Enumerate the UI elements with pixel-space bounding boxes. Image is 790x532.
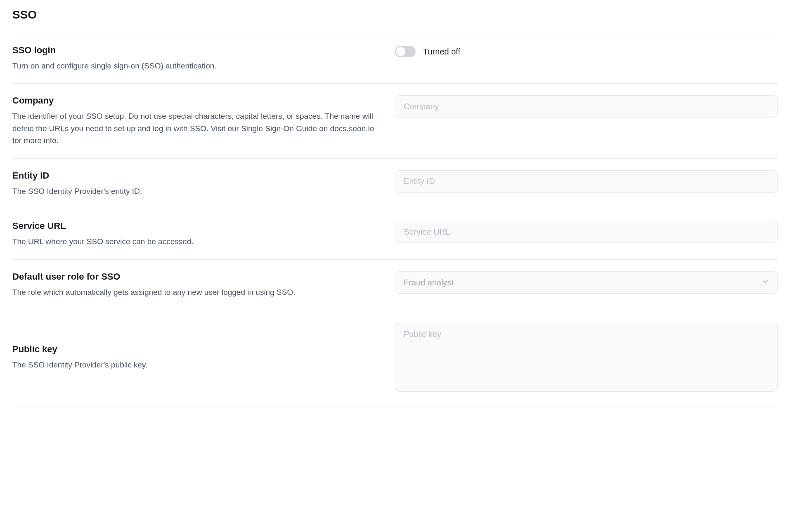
company-input[interactable] <box>395 95 778 118</box>
section-left: Entity ID The SSO Identity Provider's en… <box>12 170 395 197</box>
section-default-role: Default user role for SSO The role which… <box>12 260 778 310</box>
section-service-url: Service URL The URL where your SSO servi… <box>12 209 778 259</box>
default-role-select[interactable]: Fraud analyst <box>395 271 778 294</box>
service-url-label: Service URL <box>12 221 378 231</box>
entity-id-label: Entity ID <box>12 170 378 181</box>
company-desc: The identifier of your SSO setup. Do not… <box>12 110 378 146</box>
sso-login-label: SSO login <box>12 45 378 56</box>
toggle-knob <box>396 47 405 56</box>
section-right: Fraud analyst <box>395 271 778 294</box>
section-sso-login: SSO login Turn on and configure single s… <box>12 33 778 83</box>
sso-login-toggle[interactable] <box>395 46 416 57</box>
default-role-desc: The role which automatically gets assign… <box>12 286 378 298</box>
section-right <box>395 170 778 193</box>
sso-login-desc: Turn on and configure single sign-on (SS… <box>12 60 378 72</box>
section-left: Default user role for SSO The role which… <box>12 271 395 298</box>
section-left: Company The identifier of your SSO setup… <box>12 95 395 146</box>
section-public-key: Public key The SSO Identity Provider's p… <box>12 310 778 405</box>
toggle-container: Turned off <box>395 45 778 57</box>
public-key-label: Public key <box>12 344 378 355</box>
section-left: Public key The SSO Identity Provider's p… <box>12 344 395 371</box>
select-wrap: Fraud analyst <box>395 271 778 294</box>
section-right <box>395 221 778 243</box>
company-label: Company <box>12 95 378 106</box>
section-company: Company The identifier of your SSO setup… <box>12 84 778 158</box>
public-key-input[interactable] <box>395 322 778 392</box>
section-right <box>395 95 778 118</box>
entity-id-desc: The SSO Identity Provider's entity ID. <box>12 185 378 197</box>
section-right <box>395 322 778 393</box>
divider <box>12 405 778 405</box>
service-url-input[interactable] <box>395 221 778 243</box>
default-role-label: Default user role for SSO <box>12 271 378 282</box>
section-left: Service URL The URL where your SSO servi… <box>12 221 395 247</box>
sso-login-toggle-label: Turned off <box>423 47 460 56</box>
public-key-desc: The SSO Identity Provider's public key. <box>12 359 378 371</box>
page-title: SSO <box>12 8 778 21</box>
section-left: SSO login Turn on and configure single s… <box>12 45 395 72</box>
section-right: Turned off <box>395 45 778 57</box>
entity-id-input[interactable] <box>395 170 778 193</box>
service-url-desc: The URL where your SSO service can be ac… <box>12 235 378 247</box>
section-entity-id: Entity ID The SSO Identity Provider's en… <box>12 159 778 209</box>
